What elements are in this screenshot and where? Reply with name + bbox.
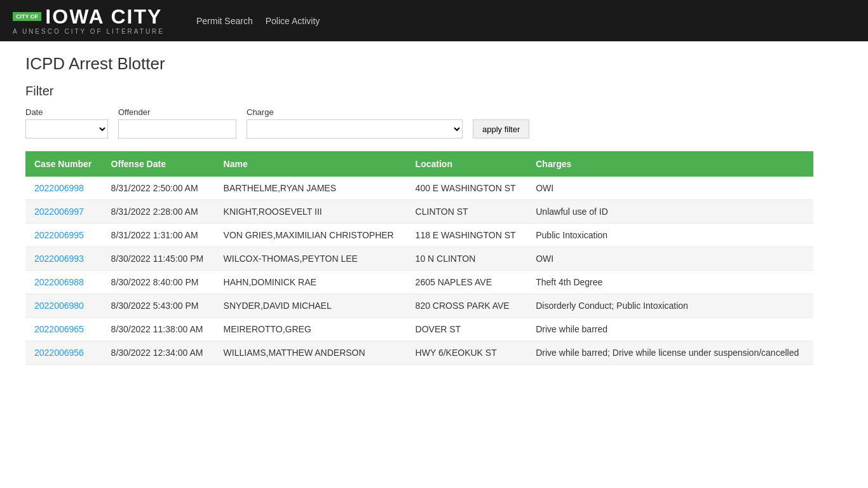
table-row: 20220069658/30/2022 11:38:00 AMMEIREROTT… bbox=[25, 318, 813, 341]
cell-case-number: 2022006995 bbox=[25, 224, 102, 247]
cell-case-number: 2022006965 bbox=[25, 318, 102, 341]
charge-select[interactable] bbox=[247, 119, 463, 139]
table-row: 20220069888/30/2022 8:40:00 PMHAHN,DOMIN… bbox=[25, 271, 813, 294]
date-select[interactable] bbox=[25, 119, 108, 139]
filter-title: Filter bbox=[25, 84, 813, 98]
offender-input[interactable] bbox=[118, 119, 236, 139]
table-row: 20220069938/30/2022 11:45:00 PMWILCOX-TH… bbox=[25, 247, 813, 271]
charge-field: Charge bbox=[247, 107, 463, 139]
apply-filter-button[interactable]: apply filter bbox=[473, 119, 529, 139]
cell-location: 2605 NAPLES AVE bbox=[407, 271, 527, 294]
date-label: Date bbox=[25, 107, 108, 117]
cell-location: 400 E WASHINGTON ST bbox=[407, 177, 527, 200]
cell-offense-date: 8/31/2022 2:28:00 AM bbox=[102, 200, 215, 224]
col-location: Location bbox=[407, 151, 527, 177]
cell-case-number: 2022006956 bbox=[25, 341, 102, 365]
cell-offense-date: 8/30/2022 5:43:00 PM bbox=[102, 294, 215, 318]
main-nav: Permit Search Police Activity bbox=[196, 16, 320, 26]
cell-offense-date: 8/30/2022 11:45:00 PM bbox=[102, 247, 215, 271]
offender-label: Offender bbox=[118, 107, 236, 117]
cell-case-number: 2022006993 bbox=[25, 247, 102, 271]
filter-section: Filter Date Offender Charge apply filter bbox=[25, 84, 813, 139]
table-body: 20220069988/31/2022 2:50:00 AMBARTHELME,… bbox=[25, 177, 813, 365]
cell-name: SNYDER,DAVID MICHAEL bbox=[215, 294, 407, 318]
main-content: ICPD Arrest Blotter Filter Date Offender… bbox=[0, 41, 839, 377]
table-header: Case Number Offense Date Name Location C… bbox=[25, 151, 813, 177]
unesco-text: A UNESCO CITY OF LITERATURE bbox=[13, 28, 165, 35]
case-number-link[interactable]: 2022006993 bbox=[34, 254, 84, 264]
cell-name: WILLIAMS,MATTHEW ANDERSON bbox=[215, 341, 407, 365]
cell-charges: Disorderly Conduct; Public Intoxication bbox=[527, 294, 813, 318]
cell-case-number: 2022006998 bbox=[25, 177, 102, 200]
site-header: City of IOWA CITY A UNESCO CITY OF LITER… bbox=[0, 0, 868, 41]
date-field: Date bbox=[25, 107, 108, 139]
cell-name: HAHN,DOMINICK RAE bbox=[215, 271, 407, 294]
col-name: Name bbox=[215, 151, 407, 177]
col-charges: Charges bbox=[527, 151, 813, 177]
cell-charges: OWI bbox=[527, 247, 813, 271]
cell-name: WILCOX-THOMAS,PEYTON LEE bbox=[215, 247, 407, 271]
cell-location: DOVER ST bbox=[407, 318, 527, 341]
cell-location: 10 N CLINTON bbox=[407, 247, 527, 271]
case-number-link[interactable]: 2022006998 bbox=[34, 183, 84, 193]
cell-location: CLINTON ST bbox=[407, 200, 527, 224]
case-number-link[interactable]: 2022006956 bbox=[34, 348, 84, 358]
cell-offense-date: 8/31/2022 2:50:00 AM bbox=[102, 177, 215, 200]
cell-case-number: 2022006980 bbox=[25, 294, 102, 318]
cell-charges: Drive while barred bbox=[527, 318, 813, 341]
filter-row: Date Offender Charge apply filter bbox=[25, 107, 813, 139]
cell-location: 118 E WASHINGTON ST bbox=[407, 224, 527, 247]
col-offense-date: Offense Date bbox=[102, 151, 215, 177]
case-number-link[interactable]: 2022006995 bbox=[34, 230, 84, 240]
cell-location: HWY 6/KEOKUK ST bbox=[407, 341, 527, 365]
cell-name: KNIGHT,ROOSEVELT III bbox=[215, 200, 407, 224]
cell-name: MEIREROTTO,GREG bbox=[215, 318, 407, 341]
case-number-link[interactable]: 2022006988 bbox=[34, 277, 84, 287]
table-row: 20220069988/31/2022 2:50:00 AMBARTHELME,… bbox=[25, 177, 813, 200]
nav-permit-search[interactable]: Permit Search bbox=[196, 16, 253, 26]
logo-area: City of IOWA CITY A UNESCO CITY OF LITER… bbox=[13, 6, 165, 35]
iowa-city-text: IOWA CITY bbox=[45, 6, 162, 27]
offender-field: Offender bbox=[118, 107, 236, 139]
cell-location: 820 CROSS PARK AVE bbox=[407, 294, 527, 318]
cell-charges: Unlawful use of ID bbox=[527, 200, 813, 224]
case-number-link[interactable]: 2022006997 bbox=[34, 207, 84, 217]
logo-top: City of IOWA CITY bbox=[13, 6, 165, 27]
cell-offense-date: 8/30/2022 11:38:00 AM bbox=[102, 318, 215, 341]
cell-name: VON GRIES,MAXIMILIAN CHRISTOPHER bbox=[215, 224, 407, 247]
cell-offense-date: 8/31/2022 1:31:00 AM bbox=[102, 224, 215, 247]
cell-name: BARTHELME,RYAN JAMES bbox=[215, 177, 407, 200]
cell-charges: Drive while barred; Drive while license … bbox=[527, 341, 813, 365]
nav-police-activity[interactable]: Police Activity bbox=[266, 16, 320, 26]
table-row: 20220069978/31/2022 2:28:00 AMKNIGHT,ROO… bbox=[25, 200, 813, 224]
page-title: ICPD Arrest Blotter bbox=[25, 54, 813, 74]
case-number-link[interactable]: 2022006980 bbox=[34, 301, 84, 311]
charge-label: Charge bbox=[247, 107, 463, 117]
arrest-table: Case Number Offense Date Name Location C… bbox=[25, 151, 813, 365]
cell-offense-date: 8/30/2022 8:40:00 PM bbox=[102, 271, 215, 294]
cell-case-number: 2022006997 bbox=[25, 200, 102, 224]
col-case-number: Case Number bbox=[25, 151, 102, 177]
cell-charges: OWI bbox=[527, 177, 813, 200]
city-of-badge: City of bbox=[13, 12, 41, 21]
cell-charges: Public Intoxication bbox=[527, 224, 813, 247]
table-row: 20220069958/31/2022 1:31:00 AMVON GRIES,… bbox=[25, 224, 813, 247]
cell-offense-date: 8/30/2022 12:34:00 AM bbox=[102, 341, 215, 365]
table-header-row: Case Number Offense Date Name Location C… bbox=[25, 151, 813, 177]
table-row: 20220069808/30/2022 5:43:00 PMSNYDER,DAV… bbox=[25, 294, 813, 318]
case-number-link[interactable]: 2022006965 bbox=[34, 324, 84, 334]
cell-charges: Theft 4th Degree bbox=[527, 271, 813, 294]
table-row: 20220069568/30/2022 12:34:00 AMWILLIAMS,… bbox=[25, 341, 813, 365]
cell-case-number: 2022006988 bbox=[25, 271, 102, 294]
